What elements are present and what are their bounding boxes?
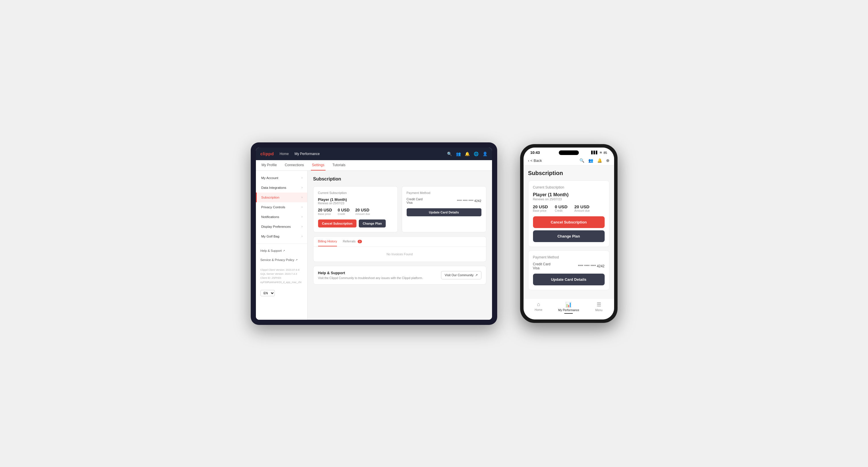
sidebar-item-display-preferences[interactable]: Display Preferences › <box>256 222 307 231</box>
phone-page-title: Subscription <box>528 170 610 177</box>
plus-icon[interactable]: ⊕ <box>606 158 610 163</box>
page-title: Subscription <box>313 177 486 182</box>
tablet-subnav: My Profile Connections Settings Tutorial… <box>256 160 492 171</box>
sidebar-item-notifications[interactable]: Notifications › <box>256 212 307 222</box>
referrals-tab[interactable]: Referrals 0 <box>343 237 362 246</box>
phone-cancel-subscription-button[interactable]: Cancel Subscription <box>533 216 604 228</box>
sidebar-item-subscription[interactable]: Subscription › <box>256 192 307 202</box>
subscription-cards-row: Current Subscription Player (1 Month) Re… <box>313 186 486 232</box>
sidebar-item-my-account[interactable]: My Account › <box>256 173 307 183</box>
phone-navbar: ‹ < Back 🔍 👥 🔔 ⊕ <box>524 156 614 165</box>
update-card-details-button[interactable]: Update Card Details <box>407 208 482 216</box>
phone-main-content: Subscription Current Subscription Player… <box>524 165 614 298</box>
sidebar-help-support[interactable]: Help & Support ↗ <box>256 246 307 255</box>
phone-payment-row: Credit Card Visa **** **** **** 4242 <box>533 262 604 270</box>
sidebar-service-privacy[interactable]: Service & Privacy Policy ↗ <box>256 255 307 264</box>
phone-pricing-row: 20 USD Base price 0 USD Credit 20 USD Am… <box>533 204 604 212</box>
phone-card-type: Credit Card Visa <box>533 262 551 270</box>
phone-tab-my-performance[interactable]: 📊 My Performance <box>554 302 584 314</box>
amount-due-value: 20 USD <box>355 208 370 212</box>
external-link-icon: ↗ <box>296 258 298 261</box>
phone-tab-menu[interactable]: ☰ Menu <box>584 302 614 314</box>
sidebar-footer: Clippd Client Version: 2023.07.6-8 GQL S… <box>256 264 307 288</box>
subnav-tutorials[interactable]: Tutorials <box>331 160 347 170</box>
tablet-main-content: Subscription Current Subscription Player… <box>308 171 492 320</box>
phone-screen: 10:43 ▋▋▋ ≋ 85 ‹ < Back 🔍 👥 🔔 ⊕ Subscr <box>524 148 614 319</box>
globe-icon[interactable]: 🌐 <box>474 152 478 156</box>
chevron-icon: › <box>302 206 302 209</box>
tablet-sidebar: My Account › Data Integrations › Subscri… <box>256 171 308 320</box>
subscription-buttons: Cancel Subscription Change Plan <box>318 219 393 227</box>
help-title: Help & Support <box>318 271 423 275</box>
nav-home[interactable]: Home <box>280 152 289 156</box>
credit-value: 0 USD <box>338 208 350 212</box>
help-support-section: Help & Support Visit the Clippd Communit… <box>313 266 486 284</box>
users-icon[interactable]: 👥 <box>456 152 461 156</box>
phone-payment-label: Payment Method <box>533 255 604 259</box>
subnav-settings[interactable]: Settings <box>311 160 326 170</box>
phone-bottom-tab-bar: ⌂ Home 📊 My Performance ☰ Menu <box>524 298 614 319</box>
status-icons: ▋▋▋ ≋ 85 <box>591 151 607 154</box>
signal-icon: ▋▋▋ <box>591 151 598 154</box>
billing-history-section: Billing History Referrals 0 No Invoices … <box>313 237 486 262</box>
current-sub-label: Current Subscription <box>318 191 393 194</box>
subnav-connections[interactable]: Connections <box>284 160 305 170</box>
sidebar-item-my-golf-bag[interactable]: My Golf Bag › <box>256 231 307 241</box>
tablet-nav-links: Home My Performance <box>280 152 441 156</box>
phone-tab-home[interactable]: ⌂ Home <box>524 302 554 314</box>
chevron-icon: › <box>302 196 302 199</box>
billing-history-tab[interactable]: Billing History <box>318 237 337 246</box>
phone-credit: 0 USD Credit <box>555 204 567 212</box>
nav-my-performance[interactable]: My Performance <box>294 152 320 156</box>
payment-type: Credit Card Visa <box>407 197 423 204</box>
phone-amount-due: 20 USD Amount due <box>574 204 590 212</box>
chevron-icon: › <box>302 235 302 238</box>
phone-status-bar: 10:43 ▋▋▋ ≋ 85 <box>524 148 614 156</box>
sidebar-divider <box>256 244 307 244</box>
bell-icon[interactable]: 🔔 <box>465 152 470 156</box>
credit-label: Credit <box>338 212 350 215</box>
search-icon[interactable]: 🔍 <box>447 152 452 156</box>
phone-device: 10:43 ▋▋▋ ≋ 85 ‹ < Back 🔍 👥 🔔 ⊕ Subscr <box>520 144 618 323</box>
active-tab-indicator <box>564 313 573 314</box>
chevron-icon: › <box>302 186 302 189</box>
phone-update-card-button[interactable]: Update Card Details <box>533 274 604 285</box>
payment-card-number: **** **** **** 4242 <box>457 199 481 203</box>
pricing-row: 20 USD Base price 0 USD Credit 20 USD Am… <box>318 208 393 215</box>
search-icon[interactable]: 🔍 <box>580 158 584 163</box>
phone-nav-icons: 🔍 👥 🔔 ⊕ <box>580 158 610 163</box>
subnav-my-profile[interactable]: My Profile <box>260 160 278 170</box>
wifi-icon: ≋ <box>599 151 602 154</box>
bell-icon[interactable]: 🔔 <box>597 158 602 163</box>
plan-name: Player (1 Month) <box>318 197 393 202</box>
help-text: Help & Support Visit the Clippd Communit… <box>318 271 423 280</box>
chevron-icon: › <box>302 176 302 179</box>
phone-change-plan-button[interactable]: Change Plan <box>533 230 604 242</box>
payment-method-label: Payment Method <box>407 191 482 194</box>
sidebar-item-privacy-controls[interactable]: Privacy Controls › <box>256 202 307 212</box>
change-plan-button[interactable]: Change Plan <box>359 219 386 227</box>
base-price-item: 20 USD Base price <box>318 208 332 215</box>
visit-community-button[interactable]: Visit Our Community ↗ <box>441 271 482 279</box>
sidebar-language-selector[interactable]: EN <box>260 290 303 296</box>
phone-plan-name: Player (1 Month) <box>533 192 604 197</box>
external-link-icon: ↗ <box>283 249 285 252</box>
tablet-navbar: clippd Home My Performance 🔍 👥 🔔 🌐 👤 <box>256 148 492 160</box>
sidebar-item-data-integrations[interactable]: Data Integrations › <box>256 183 307 192</box>
brand-logo: clippd <box>260 151 274 156</box>
language-select[interactable]: EN <box>260 290 275 296</box>
base-price-value: 20 USD <box>318 208 332 212</box>
battery-icon: 85 <box>603 151 607 154</box>
user-avatar[interactable]: 👤 <box>483 152 488 156</box>
cancel-subscription-button[interactable]: Cancel Subscription <box>318 219 356 227</box>
status-time: 10:43 <box>530 150 540 155</box>
tablet-body: My Account › Data Integrations › Subscri… <box>256 171 492 320</box>
users-icon[interactable]: 👥 <box>588 158 593 163</box>
performance-icon: 📊 <box>565 302 572 308</box>
credit-item: 0 USD Credit <box>338 208 350 215</box>
phone-payment-method-card: Payment Method Credit Card Visa **** ***… <box>528 250 610 290</box>
tablet-nav-icons: 🔍 👥 🔔 🌐 👤 <box>447 152 488 156</box>
back-chevron-icon: ‹ <box>528 158 529 163</box>
back-button[interactable]: ‹ < Back <box>528 158 542 163</box>
phone-plan-renews: Renews on 25/07/23 <box>533 197 604 201</box>
